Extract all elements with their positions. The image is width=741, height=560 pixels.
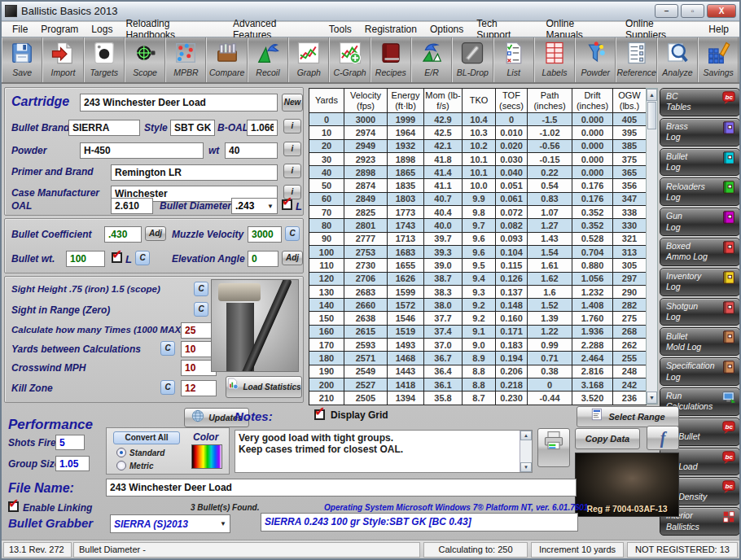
toolbar-bl-drop-button[interactable]: BL-Drop bbox=[452, 37, 493, 82]
powder-info-button[interactable]: i bbox=[283, 142, 301, 156]
toolbar-e-r-button[interactable]: E/R bbox=[411, 37, 452, 82]
toolbar-import-button[interactable]: Import bbox=[42, 37, 83, 82]
bullet-diameter-dropdown[interactable]: .243▼ bbox=[231, 198, 278, 214]
shots-fired-input[interactable] bbox=[55, 435, 85, 450]
table-cell: 1572 bbox=[388, 299, 424, 312]
bullet-brand-label: Bullet Brand bbox=[11, 122, 69, 133]
file-name-input[interactable] bbox=[106, 479, 577, 497]
muzzle-velocity-input[interactable] bbox=[248, 226, 282, 243]
killzone-calc-button[interactable]: C bbox=[160, 380, 175, 395]
sidebar-bullet-log-button[interactable]: BulletLog bbox=[660, 148, 740, 177]
diameter-lock-checkbox[interactable]: ✔ bbox=[282, 199, 292, 210]
table-cell: 0.000 bbox=[572, 152, 613, 165]
toolbar-savings-button[interactable]: Savings bbox=[698, 37, 739, 82]
boal-input[interactable] bbox=[247, 120, 278, 136]
bc-adj-button[interactable]: Adj bbox=[145, 226, 166, 241]
toolbar-compare-button[interactable]: Compare bbox=[206, 37, 247, 82]
close-button[interactable]: X bbox=[707, 4, 736, 18]
scroll-down-icon[interactable]: ▼ bbox=[520, 462, 532, 472]
minimize-button[interactable]: – bbox=[655, 4, 678, 18]
toolbar-mpbr-button[interactable]: MPBR bbox=[165, 37, 206, 82]
toolbar-targets-button[interactable]: Targets bbox=[84, 37, 125, 82]
menu-item-registration[interactable]: Registration bbox=[359, 23, 423, 36]
bullet-coefficient-input[interactable] bbox=[104, 226, 142, 243]
menu-item-tools[interactable]: Tools bbox=[323, 23, 357, 36]
elevation-angle-input[interactable] bbox=[248, 251, 278, 267]
bullet-brand-input[interactable] bbox=[68, 120, 140, 136]
scroll-thumb[interactable] bbox=[647, 102, 656, 129]
bullet-grabber-source-dropdown[interactable]: SIERRA (S)2013▼ bbox=[110, 514, 230, 533]
toolbar-recoil-button[interactable]: Recoil bbox=[248, 37, 288, 82]
toolbar-analyze-button[interactable]: Analyze bbox=[657, 37, 698, 82]
primer-input[interactable] bbox=[111, 164, 278, 181]
enable-linking-checkbox[interactable]: ✔ bbox=[8, 501, 19, 512]
toolbar-c-graph-button[interactable]: C-Graph bbox=[329, 37, 370, 82]
copy-data-button[interactable]: Copy Data bbox=[575, 428, 640, 449]
er-icon bbox=[419, 41, 444, 65]
notes-textarea[interactable]: Very good load with tight groups. Keep c… bbox=[235, 431, 519, 470]
toolbar-graph-button[interactable]: Graph bbox=[288, 37, 329, 82]
print-button[interactable] bbox=[537, 428, 570, 467]
display-grid-checkbox[interactable]: ✔ bbox=[314, 409, 325, 420]
maximize-button[interactable]: ▫ bbox=[681, 4, 704, 18]
sidebar-shotgun-log-button[interactable]: ShotgunLog bbox=[660, 298, 740, 326]
sidebar-bc-tables-button[interactable]: BCTablesbc bbox=[660, 88, 740, 116]
sidebar-inventory-log-button[interactable]: InventoryLog bbox=[660, 268, 740, 296]
toolbar-labels-button[interactable]: Labels bbox=[534, 37, 575, 82]
notes-scrollbar[interactable]: ▲ ▼ bbox=[520, 431, 532, 472]
shots-fired-label: Shots Fired bbox=[8, 437, 62, 448]
mv-calc-button[interactable]: C bbox=[285, 226, 300, 241]
oal-input[interactable] bbox=[111, 198, 153, 214]
toolbar-recipes-button[interactable]: Recipes bbox=[370, 37, 411, 82]
muzzle-velocity-label: Muzzle Velocity bbox=[172, 229, 243, 240]
sight-height-calc-button[interactable]: C bbox=[194, 282, 208, 296]
load-statistics-button[interactable]: Load Statistics bbox=[226, 376, 302, 398]
table-row: 1102730165539.09.50.1151.610.880305 bbox=[309, 259, 647, 272]
group-size-input[interactable] bbox=[55, 456, 90, 471]
powder-input[interactable] bbox=[80, 142, 204, 159]
table-cell: 42.1 bbox=[424, 139, 463, 152]
facebook-button[interactable]: f bbox=[647, 426, 679, 450]
elev-adj-button[interactable]: Adj bbox=[282, 251, 303, 265]
table-cell: 40.4 bbox=[424, 206, 463, 219]
menu-item-program[interactable]: Program bbox=[35, 23, 84, 36]
toolbar-save-button[interactable]: Save bbox=[2, 37, 42, 82]
scroll-up-icon[interactable]: ▲ bbox=[520, 431, 532, 440]
color-swatch[interactable] bbox=[191, 444, 222, 469]
select-range-button[interactable]: Select Range bbox=[577, 406, 679, 427]
kill-zone-input[interactable] bbox=[181, 380, 217, 396]
bullet-info-button[interactable]: i bbox=[283, 119, 301, 133]
metric-radio[interactable] bbox=[116, 461, 126, 470]
bullet-wt-input[interactable] bbox=[66, 251, 105, 267]
bullet-coefficient-label: Bullet Coefficient bbox=[11, 229, 91, 240]
menu-item-options[interactable]: Options bbox=[424, 23, 469, 36]
convert-all-button[interactable]: Convert All bbox=[113, 431, 180, 444]
scroll-down-icon[interactable]: ▼ bbox=[647, 392, 657, 404]
toolbar-list-button[interactable]: List bbox=[493, 37, 534, 82]
toolbar-reference-button[interactable]: Reference bbox=[616, 37, 656, 82]
menu-item-file[interactable]: File bbox=[7, 23, 33, 36]
table-header-cell: Velocity (fps) bbox=[344, 89, 388, 113]
bullet-wt-lock-checkbox[interactable]: ✔ bbox=[112, 252, 122, 263]
yards-calc-button[interactable]: C bbox=[160, 341, 175, 356]
sidebar-gun-log-button[interactable]: GunLog bbox=[660, 208, 740, 236]
sidebar-reloaders-log-button[interactable]: ReloadersLog bbox=[660, 177, 740, 206]
menu-item-logs[interactable]: Logs bbox=[86, 23, 118, 36]
cartridge-name-input[interactable] bbox=[80, 94, 278, 112]
powder-wt-input[interactable] bbox=[225, 142, 278, 159]
sight-range-calc-button[interactable]: C bbox=[194, 302, 208, 317]
new-button[interactable]: New bbox=[282, 94, 303, 112]
standard-radio[interactable] bbox=[116, 448, 126, 457]
style-input[interactable] bbox=[170, 120, 215, 136]
toolbar-scope-button[interactable]: Scope bbox=[125, 37, 165, 82]
wt-calc-button[interactable]: C bbox=[135, 251, 150, 265]
sidebar-brass-log-button[interactable]: BrassLog bbox=[660, 118, 740, 147]
primer-info-button[interactable]: i bbox=[283, 164, 301, 178]
sidebar-bullet-mold-log-button[interactable]: BulletMold Log bbox=[660, 327, 740, 356]
table-scrollbar[interactable]: ▲ ▼ bbox=[646, 88, 658, 405]
scroll-up-icon[interactable]: ▲ bbox=[647, 89, 657, 101]
sidebar-specification-log-button[interactable]: SpecificationLog bbox=[660, 357, 740, 386]
sidebar-boxed-ammo-log-button[interactable]: BoxedAmmo Log bbox=[660, 238, 740, 266]
toolbar-powder-button[interactable]: Powder bbox=[575, 37, 616, 82]
menu-item-help[interactable]: Help bbox=[703, 23, 734, 36]
